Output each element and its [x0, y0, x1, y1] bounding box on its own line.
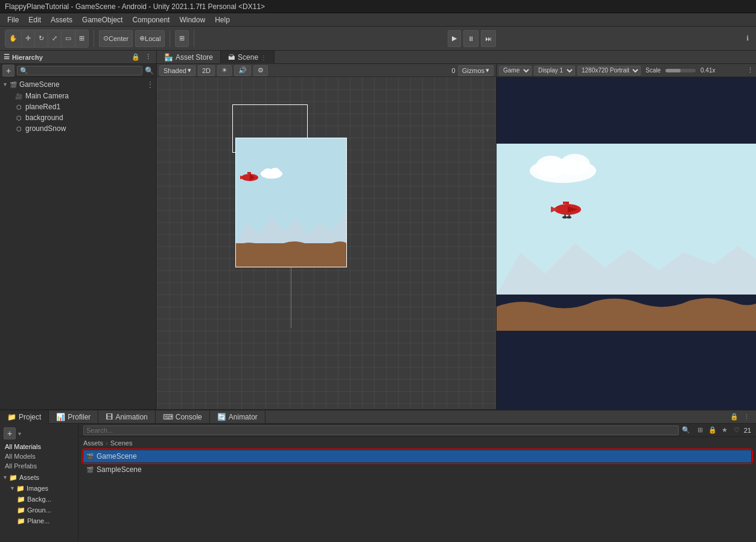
game-view: Game Display 1 1280x720 Portrait Scale 0…: [497, 64, 756, 409]
assets-tree: ▼ 📁 Assets ▼ 📁 Images 📁 Backg... 📁 Groun…: [0, 471, 78, 528]
snap-button[interactable]: ⊞: [175, 30, 189, 47]
tree-groun[interactable]: 📁 Groun...: [2, 505, 75, 515]
breadcrumb-scenes[interactable]: Scenes: [110, 439, 133, 447]
project-star-icon[interactable]: ★: [720, 426, 729, 435]
main-area: ☰ Hierarchy 🔒 ⋮ + 🔍 ▼ 🎬 GameScene ⋮ 🎥: [0, 51, 756, 409]
game-resolution-select[interactable]: 1280x720 Portrait: [577, 66, 641, 75]
project-tab-icon: 📁: [7, 413, 16, 421]
hierarchy-item-background[interactable]: ⬡ background: [0, 112, 156, 123]
step-button[interactable]: ⏭: [481, 30, 496, 47]
tab-assetstore[interactable]: 🏪 Asset Store: [157, 51, 221, 64]
gizmos-button[interactable]: Gizmos ▾: [458, 65, 494, 76]
hierarchy-more-icon[interactable]: ⋮: [143, 53, 153, 62]
tab-project[interactable]: 📁 Project: [0, 410, 49, 424]
bottom-more-icon[interactable]: ⋮: [742, 412, 751, 422]
menu-edit[interactable]: Edit: [24, 14, 46, 25]
svg-point-19: [567, 216, 571, 218]
scene-tab-more[interactable]: ⋮: [261, 54, 267, 61]
tree-images[interactable]: ▼ 📁 Images: [2, 483, 75, 494]
play-button[interactable]: ▶: [448, 30, 461, 47]
game-more-icon[interactable]: ⋮: [747, 66, 754, 74]
project-view-icon[interactable]: ⊞: [696, 426, 705, 435]
project-add-button[interactable]: +: [4, 427, 16, 439]
bottom-lock-icon[interactable]: 🔒: [729, 412, 739, 422]
project-search-input[interactable]: [83, 426, 679, 435]
backg-folder-icon: 📁: [17, 496, 25, 503]
hierarchy-search-input[interactable]: [17, 66, 142, 75]
2d-button[interactable]: 2D: [198, 65, 215, 76]
hierarchy-item-groundsnow[interactable]: ⬡ groundSnow: [0, 123, 156, 134]
tab-profiler[interactable]: 📊 Profiler: [49, 410, 98, 424]
hierarchy-item-planered[interactable]: ⬡ planeRed1: [0, 101, 156, 112]
tab-animation[interactable]: 🎞 Animation: [98, 410, 155, 424]
transform-tools: ✋ ✛ ↻ ⤢ ▭ ⊞: [5, 30, 89, 48]
project-sidebar-allprefabs[interactable]: All Prefabs: [0, 461, 78, 471]
tree-assets-root[interactable]: ▼ 📁 Assets: [2, 472, 75, 483]
menu-gameobject[interactable]: GameObject: [77, 14, 127, 25]
bottom-right-controls: 🔒 ⋮: [729, 412, 756, 422]
rotate-tool[interactable]: ↻: [34, 30, 48, 47]
gamescene-dots-button[interactable]: ⋮: [147, 80, 154, 89]
menu-help[interactable]: Help: [210, 14, 235, 25]
shading-arrow: ▾: [188, 66, 191, 74]
project-item-samplescene[interactable]: 🎬 SampleScene: [83, 464, 751, 476]
divider-3: [194, 30, 194, 47]
move-tool[interactable]: ✛: [21, 30, 34, 47]
tab-scene[interactable]: 🏔 Scene ⋮: [221, 51, 275, 64]
audio-button[interactable]: 🔊: [234, 65, 251, 76]
shading-dropdown[interactable]: Shaded ▾: [159, 65, 195, 76]
hand-tool[interactable]: ✋: [5, 30, 21, 47]
pause-button[interactable]: ⏸: [463, 30, 478, 47]
game-plane-svg: [551, 198, 584, 221]
svg-marker-15: [563, 202, 569, 204]
menu-window[interactable]: Window: [174, 14, 210, 25]
project-lock2-icon[interactable]: 🔒: [708, 426, 717, 435]
gamescene-file-icon: 🎬: [86, 452, 94, 461]
scale-value: 0.41x: [700, 67, 715, 74]
badge-count: 21: [744, 427, 751, 434]
scene-grid: [157, 77, 496, 409]
scale-tool[interactable]: ⤢: [48, 30, 61, 47]
vfx-button[interactable]: ⚙: [253, 65, 268, 76]
project-sidebar-allmaterials[interactable]: All Materials: [0, 442, 78, 451]
assets-label: Assets: [19, 474, 39, 481]
tab-animator[interactable]: 🔄 Animator: [210, 410, 265, 424]
gamescene-arrow: ▼: [2, 81, 10, 88]
scene-content[interactable]: [157, 77, 496, 409]
hierarchy-item-maincamera[interactable]: 🎥 Main Camera: [0, 91, 156, 101]
groun-label: Groun...: [27, 506, 51, 514]
hierarchy-add-button[interactable]: +: [2, 65, 14, 77]
animation-tab-icon: 🎞: [106, 413, 113, 421]
profiler-tab-icon: 📊: [56, 413, 65, 421]
tree-plane[interactable]: 📁 Plane...: [2, 515, 75, 526]
assetstore-icon: 🏪: [164, 53, 173, 62]
tab-console[interactable]: ⌨ Console: [156, 410, 210, 424]
assetstore-label: Asset Store: [176, 53, 213, 62]
hierarchy-lock-icon[interactable]: 🔒: [131, 53, 141, 62]
project-fav-icon[interactable]: ♡: [732, 426, 742, 435]
allmaterials-label: All Materials: [5, 443, 41, 450]
hierarchy-gamescene-row[interactable]: ▼ 🎬 GameScene ⋮: [0, 78, 156, 91]
lighting-button[interactable]: ☀: [217, 65, 232, 76]
menu-file[interactable]: File: [2, 14, 24, 25]
scene-tab-icon: 🏔: [228, 53, 235, 62]
menu-assets[interactable]: Assets: [46, 14, 77, 25]
game-display-num-select[interactable]: Display 1: [534, 66, 575, 75]
pivot-center-button[interactable]: ⊙ Center: [99, 30, 133, 47]
scene-game-tabs: 🏪 Asset Store 🏔 Scene ⋮: [157, 51, 756, 64]
hierarchy-panel: ☰ Hierarchy 🔒 ⋮ + 🔍 ▼ 🎬 GameScene ⋮ 🎥: [0, 51, 157, 409]
project-sidebar-allmodels[interactable]: All Models: [0, 451, 78, 461]
images-label: Images: [27, 485, 48, 492]
breadcrumb-assets[interactable]: Assets: [83, 439, 103, 447]
scale-slider[interactable]: [665, 69, 696, 72]
project-tab-label: Project: [19, 413, 41, 421]
pivot-space-button[interactable]: ⊕ Local: [135, 30, 165, 47]
multi-tool[interactable]: ⊞: [75, 30, 88, 47]
menu-component[interactable]: Component: [127, 14, 174, 25]
project-item-gamescene[interactable]: 🎬 GameScene: [83, 450, 751, 462]
tree-backg[interactable]: 📁 Backg...: [2, 494, 75, 505]
rect-tool[interactable]: ▭: [61, 30, 75, 47]
project-search-icon[interactable]: 🔍: [681, 426, 691, 435]
samplescene-file-label: SampleScene: [97, 465, 142, 474]
game-display-select[interactable]: Game: [499, 66, 532, 75]
